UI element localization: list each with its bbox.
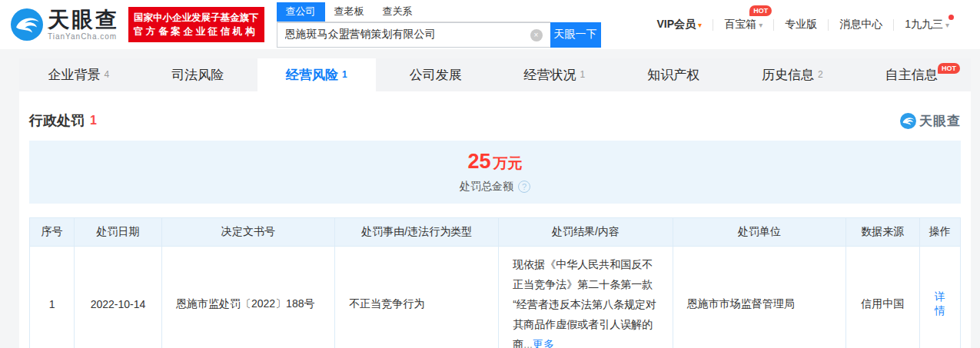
cell-doc-no: 恩施市监处罚〔2022〕188号 (161, 247, 334, 348)
tab-count: 1 (342, 69, 347, 80)
table-row: 1 2022-10-14 恩施市监处罚〔2022〕188号 不正当竞争行为 现依… (30, 247, 961, 348)
search-tab-relation[interactable]: 查关系 (374, 2, 422, 22)
logo-domain: TianYanCha.com (48, 33, 119, 41)
table-header-row: 序号 处罚日期 决定文书号 处罚事由/违法行为类型 处罚结果/内容 处罚单位 数… (30, 218, 961, 247)
tianyancha-logo-icon (900, 113, 916, 129)
col-reason: 处罚事由/违法行为类型 (335, 218, 499, 247)
cell-authority: 恩施市市场监督管理局 (673, 247, 845, 348)
tianyancha-logo[interactable]: 天眼查 TianYanCha.com (11, 8, 119, 41)
section-title: 行政处罚 (29, 111, 85, 130)
logo-name: 天眼查 (48, 9, 119, 31)
cell-date: 2022-10-14 (75, 247, 162, 348)
gov-certification-badge: 国家中小企业发展子基金旗下 官方备案企业征信机构 (128, 7, 264, 42)
top-bar: 天眼查 TianYanCha.com 国家中小企业发展子基金旗下 官方备案企业征… (0, 0, 980, 49)
cell-index: 1 (30, 247, 75, 348)
penalty-total-label: 处罚总金额 (460, 180, 513, 194)
tianyancha-logo-icon (11, 8, 43, 41)
chevron-down-icon: ▾ (945, 21, 949, 29)
ellipsis: ... (523, 338, 533, 348)
user-account-menu[interactable]: 1九九三▾ (905, 18, 960, 31)
tab-enterprise-background[interactable]: 企业背景4 (19, 58, 138, 91)
tab-count: 2 (818, 69, 823, 80)
chevron-down-icon: ▾ (759, 21, 762, 29)
toolbox-link[interactable]: HOT 百宝箱▾ (724, 18, 762, 31)
search-area: 查公司 查老板 查关系 × 天眼一下 (277, 2, 601, 48)
cell-action: 详情 (919, 247, 960, 348)
divider (828, 19, 829, 31)
gov-badge-line1: 国家中小企业发展子基金旗下 (134, 11, 259, 25)
tab-intellectual-property[interactable]: 知识产权 (614, 58, 733, 91)
tab-operating-status[interactable]: 经营状况1 (495, 58, 614, 91)
tab-self-published-info[interactable]: 自主信息 HOT (852, 58, 971, 91)
cell-result: 现依据《中华人民共和国反不正当竞争法》第二十条第一款“经营者违反本法第八条规定对… (499, 247, 673, 348)
hot-badge: HOT (938, 63, 960, 74)
tab-count: 4 (105, 69, 110, 80)
col-action: 操作 (919, 218, 960, 247)
search-tab-company[interactable]: 查公司 (277, 2, 325, 22)
col-date: 处罚日期 (75, 218, 162, 247)
cell-reason: 不正当竞争行为 (335, 247, 499, 348)
section-count: 1 (90, 114, 97, 128)
col-source: 数据来源 (846, 218, 920, 247)
notification-dot (948, 15, 954, 20)
clear-search-icon[interactable]: × (530, 29, 543, 41)
admin-penalty-card: 行政处罚 1 天眼查 25万元 处罚总金额 ? 序号 处罚日期 决定文书 (19, 91, 971, 348)
detail-link[interactable]: 详情 (935, 290, 945, 317)
col-authority: 处罚单位 (673, 218, 845, 247)
divider (773, 19, 774, 31)
penalty-amount-unit: 万元 (493, 155, 523, 171)
tab-company-development[interactable]: 公司发展 (376, 58, 495, 91)
tab-operating-risk[interactable]: 经营风险1 (257, 58, 377, 91)
more-link[interactable]: 更多 (533, 338, 554, 348)
col-result: 处罚结果/内容 (499, 218, 673, 247)
hot-badge: HOT (749, 5, 772, 16)
penalty-table: 序号 处罚日期 决定文书号 处罚事由/违法行为类型 处罚结果/内容 处罚单位 数… (29, 217, 961, 348)
tab-history-info[interactable]: 历史信息2 (733, 58, 852, 91)
search-tabs: 查公司 查老板 查关系 (277, 2, 550, 22)
penalty-total-amount: 25 (467, 150, 490, 173)
gov-badge-line2: 官方备案企业征信机构 (134, 25, 259, 38)
tab-judicial-risk[interactable]: 司法风险 (138, 58, 257, 91)
search-input[interactable] (277, 22, 550, 48)
vip-member-link[interactable]: VIP会员▾ (657, 18, 703, 31)
watermark-text: 天眼查 (919, 112, 961, 130)
divider (893, 19, 894, 31)
user-nav: VIP会员▾ HOT 百宝箱▾ 专业版 消息中心 1九九三▾ (657, 18, 960, 31)
col-index: 序号 (30, 218, 75, 247)
tianyancha-watermark: 天眼查 (900, 112, 961, 130)
help-icon[interactable]: ? (518, 181, 530, 193)
result-text: 现依据《中华人民共和国反不正当竞争法》第二十条第一款“经营者违反本法第八条规定对… (513, 258, 656, 348)
chevron-down-icon: ▾ (698, 21, 702, 29)
penalty-summary-box: 25万元 处罚总金额 ? (29, 141, 961, 204)
col-doc-no: 决定文书号 (161, 218, 334, 247)
company-section-tabs: 企业背景4 司法风险 经营风险1 公司发展 经营状况1 知识产权 历史信息2 自… (19, 58, 971, 91)
search-button[interactable]: 天眼一下 (550, 22, 601, 48)
message-center-link[interactable]: 消息中心 (839, 18, 882, 31)
cell-source: 信用中国 (846, 247, 920, 348)
divider (713, 19, 713, 31)
tab-count: 1 (580, 69, 586, 80)
search-tab-boss[interactable]: 查老板 (325, 2, 374, 22)
pro-version-link[interactable]: 专业版 (785, 18, 817, 31)
